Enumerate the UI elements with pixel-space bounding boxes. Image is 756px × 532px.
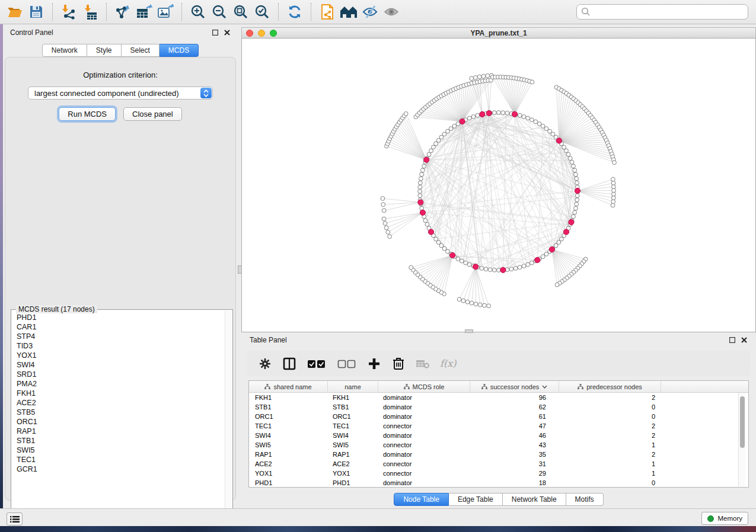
tab-motifs[interactable]: Motifs — [566, 493, 604, 506]
mcds-result-item[interactable]: FKH1 — [17, 389, 224, 398]
table-cell: dominator — [378, 431, 470, 440]
tab-node-table[interactable]: Node Table — [394, 493, 449, 506]
table-tabs: Node TableEdge TableNetwork TableMotifs — [241, 493, 756, 506]
show-all-eye-icon[interactable] — [381, 2, 402, 22]
close-panel-button[interactable]: Close panel — [123, 107, 182, 121]
tab-select[interactable]: Select — [122, 44, 160, 57]
network-window-titlebar[interactable]: YPA_prune.txt_1 — [241, 27, 756, 39]
zoom-selected-icon[interactable] — [251, 2, 273, 22]
table-cell: RAP1 — [249, 450, 328, 459]
table-row-FKH1[interactable]: FKH1FKH1dominator962 — [249, 393, 748, 402]
mcds-result-item[interactable]: SWI5 — [17, 446, 224, 455]
mcds-result-item[interactable]: SRD1 — [17, 370, 224, 379]
mcds-result-item[interactable]: STP4 — [17, 332, 224, 341]
table-cell: PHD1 — [328, 478, 378, 488]
float-panel-icon[interactable] — [728, 336, 736, 344]
close-panel-icon[interactable] — [223, 29, 231, 37]
tab-network-table[interactable]: Network Table — [503, 493, 566, 506]
tab-mcds[interactable]: MCDS — [160, 44, 199, 57]
mcds-result-item[interactable]: CAR1 — [17, 322, 224, 332]
table-row-YOX1[interactable]: YOX1YOX1connector291 — [249, 469, 748, 478]
show-panels-list-button[interactable] — [7, 512, 23, 525]
network-graph[interactable] — [242, 39, 756, 332]
open-session-icon[interactable] — [4, 2, 25, 22]
column-header-successor-nodes[interactable]: successor nodes — [470, 381, 559, 392]
table-scrollbar-thumb[interactable] — [740, 396, 745, 448]
network-canvas[interactable] — [241, 39, 756, 332]
table-cell: FKH1 — [249, 393, 328, 402]
deselect-all-rows-icon[interactable] — [337, 357, 357, 371]
mcds-result-item[interactable]: GCR1 — [17, 464, 224, 474]
export-network-icon[interactable] — [112, 2, 133, 22]
mcds-result-item[interactable]: ACE2 — [17, 398, 224, 408]
mcds-result-item[interactable]: ORC1 — [17, 417, 224, 427]
column-header-shared-name[interactable]: shared name — [249, 381, 328, 392]
close-panel-icon[interactable] — [740, 336, 748, 344]
table-cell: 1 — [559, 440, 661, 450]
tab-style[interactable]: Style — [87, 44, 122, 57]
save-session-icon[interactable] — [25, 2, 47, 22]
table-row-STB1[interactable]: STB1STB1dominator620 — [249, 402, 748, 412]
show-columns-icon[interactable] — [282, 357, 296, 371]
first-neighbors-icon[interactable] — [338, 2, 359, 22]
table-row-ACE2[interactable]: ACE2ACE2connector311 — [249, 459, 748, 469]
table-row-ORC1[interactable]: ORC1ORC1dominator610 — [249, 412, 748, 421]
add-column-icon[interactable] — [367, 357, 381, 371]
zoom-fit-icon[interactable] — [230, 2, 251, 22]
table-settings-gear-icon[interactable] — [258, 357, 272, 371]
tab-network[interactable]: Network — [42, 44, 87, 57]
mcds-result-item[interactable]: TID3 — [17, 341, 224, 351]
table-cell: dominator — [378, 478, 470, 488]
table-cell: 61 — [470, 412, 559, 421]
network-document-icon[interactable] — [317, 2, 338, 22]
memory-status-icon — [707, 515, 714, 522]
search-box[interactable] — [576, 4, 748, 20]
table-row-TEC1[interactable]: TEC1TEC1connector472 — [249, 421, 748, 431]
table-cell: SWI5 — [328, 440, 378, 450]
mcds-result-item[interactable]: STB5 — [17, 408, 224, 417]
select-all-rows-icon[interactable] — [307, 357, 327, 371]
memory-button[interactable]: Memory — [701, 512, 748, 525]
toolbar-separator — [181, 3, 182, 21]
table-cell: 31 — [470, 459, 559, 469]
delete-column-icon[interactable] — [391, 357, 406, 371]
table-cell: 2 — [559, 421, 661, 431]
run-mcds-button[interactable]: Run MCDS — [59, 107, 116, 121]
vertical-splitter-handle[interactable] — [238, 265, 242, 274]
refresh-layout-icon[interactable] — [284, 2, 305, 22]
optimization-criterion-label: Optimization criterion: — [5, 70, 235, 79]
mcds-result-item[interactable]: PHD1 — [17, 313, 224, 322]
mcds-result-item[interactable]: TEC1 — [17, 455, 224, 464]
import-network-file-icon[interactable] — [58, 2, 79, 22]
network-view-window: YPA_prune.txt_1 — [241, 27, 756, 332]
mcds-result-item[interactable]: STB1 — [17, 436, 224, 446]
search-input[interactable] — [594, 6, 744, 18]
zoom-in-icon[interactable] — [187, 2, 209, 22]
float-panel-icon[interactable] — [211, 29, 219, 37]
table-panel-header: Table Panel — [241, 332, 756, 348]
table-row-SWI5[interactable]: SWI5SWI5connector431 — [249, 440, 748, 450]
mcds-result-item[interactable]: RAP1 — [17, 427, 224, 436]
column-header-name[interactable]: name — [328, 381, 378, 392]
table-cell: SWI4 — [249, 431, 328, 440]
mcds-list-scrollbar[interactable] — [225, 310, 232, 528]
export-image-icon[interactable] — [155, 2, 176, 22]
table-cell: 2 — [559, 431, 661, 440]
table-scrollbar[interactable] — [738, 393, 745, 486]
mcds-result-item[interactable]: SWI4 — [17, 360, 224, 370]
table-row-PHD1[interactable]: PHD1PHD1dominator180 — [249, 478, 748, 488]
criterion-select[interactable]: largest connected component (undirected) — [28, 86, 213, 100]
import-table-file-icon[interactable] — [79, 2, 101, 22]
export-table-icon[interactable] — [133, 2, 155, 22]
table-row-RAP1[interactable]: RAP1RAP1dominator352 — [249, 450, 748, 459]
mcds-result-item[interactable]: PMA2 — [17, 379, 224, 389]
table-row-SWI4[interactable]: SWI4SWI4dominator462 — [249, 431, 748, 440]
tab-edge-table[interactable]: Edge Table — [449, 493, 503, 506]
hide-selected-eye-slash-icon[interactable] — [359, 2, 381, 22]
mcds-result-item[interactable]: YOX1 — [17, 351, 224, 360]
zoom-out-icon[interactable] — [209, 2, 230, 22]
table-cell: 2 — [559, 450, 661, 459]
column-header-predecessor-nodes[interactable]: predecessor nodes — [559, 381, 661, 392]
delete-table-icon-disabled — [416, 357, 430, 371]
column-header-MCDS-role[interactable]: MCDS role — [378, 381, 470, 392]
